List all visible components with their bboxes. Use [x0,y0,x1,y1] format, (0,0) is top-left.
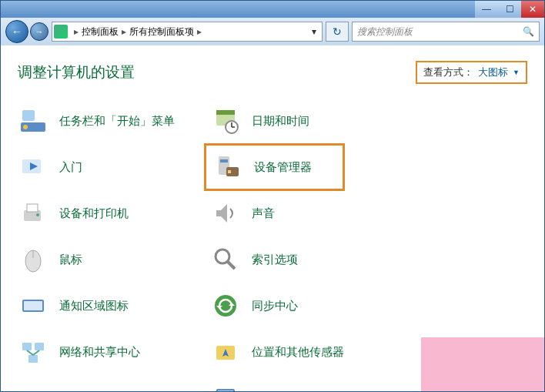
svg-rect-1 [22,110,35,121]
item-label: 设备和打印机 [59,206,129,221]
svg-point-16 [36,213,39,216]
folder-icon [18,383,48,391]
item-label: 任务栏和「开始」菜单 [59,114,175,129]
item-label: 日期和时间 [252,114,309,129]
overlay-patch [421,337,544,391]
svg-point-2 [23,125,28,129]
item-label: 网络和共享中心 [59,345,140,360]
control-panel-item-printers[interactable]: 设备和打印机 [18,198,210,229]
search-placeholder: 搜索控制面板 [357,25,523,39]
item-label: 声音 [252,206,275,221]
svg-rect-13 [228,170,231,173]
item-label: 鼠标 [59,253,82,267]
breadcrumb-current[interactable]: 所有控制面板项 [129,25,194,39]
minimize-button[interactable]: — [475,1,498,18]
sync-icon [210,290,241,321]
svg-line-30 [27,350,33,355]
control-panel-item-taskbar[interactable]: 任务栏和「开始」菜单 [18,106,210,136]
svg-rect-27 [22,343,32,350]
item-label: 系统 [252,391,275,392]
sound-icon [210,198,241,229]
content-header: 调整计算机的设置 查看方式： 大图标 ▼ [18,61,527,84]
svg-rect-29 [28,355,38,363]
location-icon [210,337,241,367]
breadcrumb-sep-icon: ▸ [74,26,79,37]
breadcrumb-sep-icon: ▸ [122,26,126,37]
clock-icon [210,106,241,136]
control-panel-item-clock[interactable]: 日期和时间 [210,106,403,136]
view-by-label: 查看方式： [423,65,473,79]
breadcrumb-root[interactable]: 控制面板 [82,25,119,39]
system-icon [210,383,241,391]
control-panel-item-getting-started[interactable]: 入门 [18,152,210,183]
navigation-bar: ← → ▸ 控制面板 ▸ 所有控制面板项 ▸ ▾ ↻ 搜索控制面板 🔍 [1,18,544,46]
network-icon [18,337,48,367]
indexing-icon [210,244,241,275]
item-label: 通知区域图标 [59,299,129,313]
titlebar: — ☐ ✕ [1,1,544,18]
highlight-annotation: 设备管理器 [204,143,345,191]
control-panel-item-device-manager[interactable]: 设备管理器 [210,152,403,183]
svg-line-31 [33,350,39,355]
notification-icon [18,290,48,321]
device-manager-icon [212,152,243,183]
control-panel-item-system[interactable]: 系统 [210,383,403,391]
view-by-selector[interactable]: 查看方式： 大图标 ▼ [416,61,527,84]
svg-rect-4 [216,110,235,115]
close-button[interactable]: ✕ [521,1,544,18]
item-label: 入门 [59,160,82,175]
control-panel-item-sound[interactable]: 声音 [210,198,403,229]
item-label: 位置和其他传感器 [252,345,344,360]
taskbar-icon [18,106,48,136]
control-panel-item-location[interactable]: 位置和其他传感器 [210,337,403,367]
back-button[interactable]: ← [5,20,28,43]
svg-rect-28 [35,343,44,350]
svg-rect-15 [27,204,38,212]
item-label: 同步中心 [252,299,298,313]
mouse-icon [18,244,48,275]
control-panel-item-network[interactable]: 网络和共享中心 [18,337,210,367]
address-bar[interactable]: ▸ 控制面板 ▸ 所有控制面板项 ▸ ▾ [52,22,323,42]
control-panel-item-notification[interactable]: 通知区域图标 [18,290,210,321]
breadcrumb-sep-icon: ▸ [197,26,202,37]
item-label: 文件夹选项 [59,391,117,392]
control-panel-item-indexing[interactable]: 索引选项 [210,244,403,275]
printers-icon [18,198,48,229]
item-label: 设备管理器 [254,160,312,175]
control-panel-icon [54,25,68,39]
maximize-button[interactable]: ☐ [498,1,521,18]
control-panel-item-folder[interactable]: 文件夹选项 [18,383,210,391]
refresh-button[interactable]: ↻ [326,22,349,42]
search-input[interactable]: 搜索控制面板 🔍 [352,22,540,42]
item-label: 索引选项 [252,253,298,267]
svg-line-21 [227,261,235,269]
svg-marker-17 [216,204,227,223]
svg-rect-23 [24,301,42,310]
svg-rect-11 [220,159,228,162]
nav-buttons: ← → [5,20,48,43]
svg-rect-36 [218,390,233,391]
view-by-value: 大图标 [478,65,508,79]
search-icon[interactable]: 🔍 [523,26,534,37]
forward-button[interactable]: → [30,22,48,41]
control-panel-item-sync[interactable]: 同步中心 [210,290,403,321]
address-dropdown-icon[interactable]: ▾ [308,26,320,37]
control-panel-window: — ☐ ✕ ← → ▸ 控制面板 ▸ 所有控制面板项 ▸ ▾ ↻ 搜索控制面板 … [0,0,545,392]
control-panel-item-mouse[interactable]: 鼠标 [18,244,210,275]
chevron-down-icon: ▼ [513,69,520,76]
getting-started-icon [18,152,48,183]
page-title: 调整计算机的设置 [18,62,135,82]
